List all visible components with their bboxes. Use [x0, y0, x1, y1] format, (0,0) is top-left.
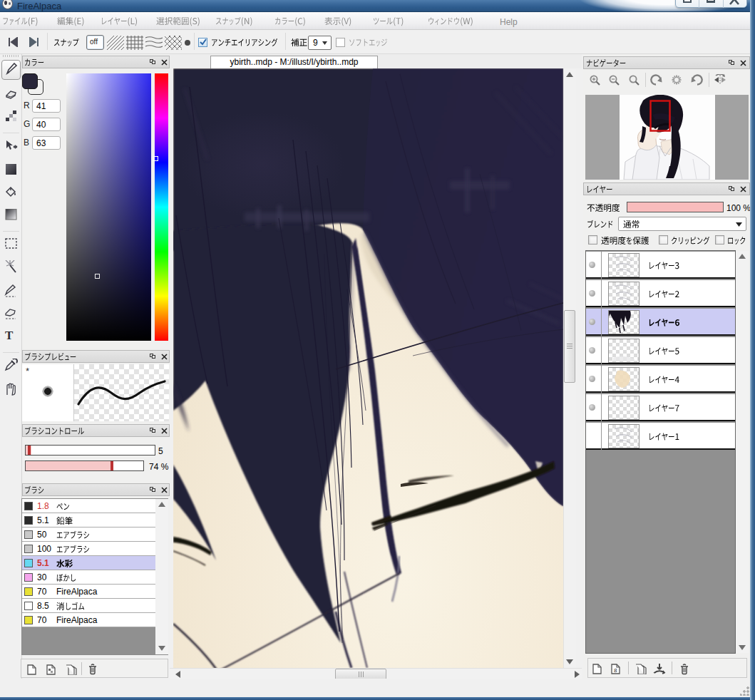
svg-text:8: 8: [614, 667, 617, 674]
